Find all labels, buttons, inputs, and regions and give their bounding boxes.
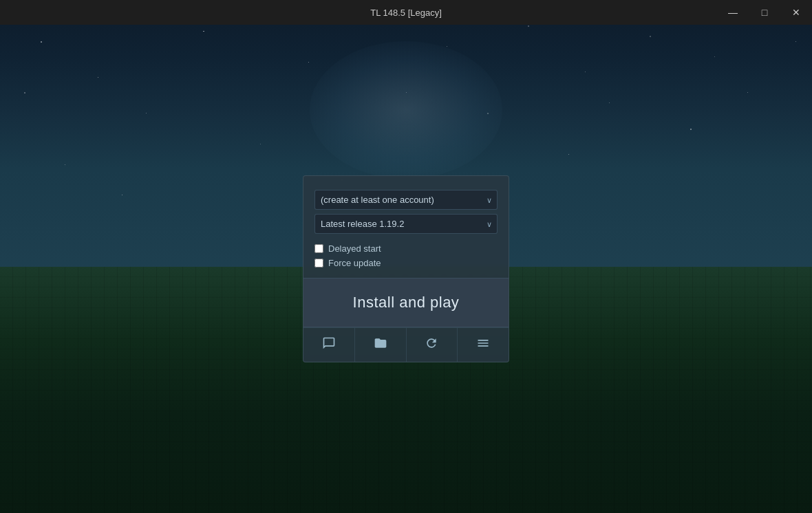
bottom-toolbar — [303, 327, 509, 362]
delayed-start-row: Delayed start — [314, 243, 498, 254]
refresh-icon — [425, 336, 438, 353]
close-icon: ✕ — [792, 7, 800, 18]
delayed-start-checkbox[interactable] — [314, 244, 323, 253]
version-select-wrapper: Latest release 1.19.2 Latest snapshot La… — [314, 214, 498, 234]
maximize-button[interactable]: □ — [749, 0, 780, 25]
menu-icon — [476, 336, 490, 353]
delayed-start-label[interactable]: Delayed start — [328, 243, 381, 254]
window-title: TL 148.5 [Legacy] — [370, 8, 442, 18]
select-group: (create at least one account) Latest rel… — [314, 190, 498, 234]
titlebar: TL 148.5 [Legacy] — □ ✕ — [0, 0, 812, 25]
maximize-icon: □ — [762, 7, 767, 18]
main-content: (create at least one account) Latest rel… — [0, 25, 812, 513]
folder-icon — [374, 336, 387, 353]
account-select-wrapper: (create at least one account) — [314, 190, 498, 210]
chat-icon — [322, 336, 336, 353]
minimize-button[interactable]: — — [717, 0, 749, 25]
force-update-row: Force update — [314, 258, 498, 268]
force-update-checkbox[interactable] — [314, 259, 323, 268]
window-controls: — □ ✕ — [717, 0, 812, 25]
chat-button[interactable] — [303, 328, 355, 362]
minimize-icon: — — [728, 7, 738, 18]
menu-button[interactable] — [458, 328, 509, 362]
refresh-button[interactable] — [407, 328, 458, 362]
version-select[interactable]: Latest release 1.19.2 Latest snapshot La… — [314, 214, 498, 234]
checkbox-group: Delayed start Force update — [314, 243, 498, 268]
close-button[interactable]: ✕ — [780, 0, 812, 25]
force-update-label[interactable]: Force update — [328, 258, 381, 268]
folder-button[interactable] — [355, 328, 407, 362]
install-play-button[interactable]: Install and play — [303, 278, 509, 327]
account-select[interactable]: (create at least one account) — [314, 190, 498, 210]
launcher-dialog: (create at least one account) Latest rel… — [303, 175, 509, 362]
